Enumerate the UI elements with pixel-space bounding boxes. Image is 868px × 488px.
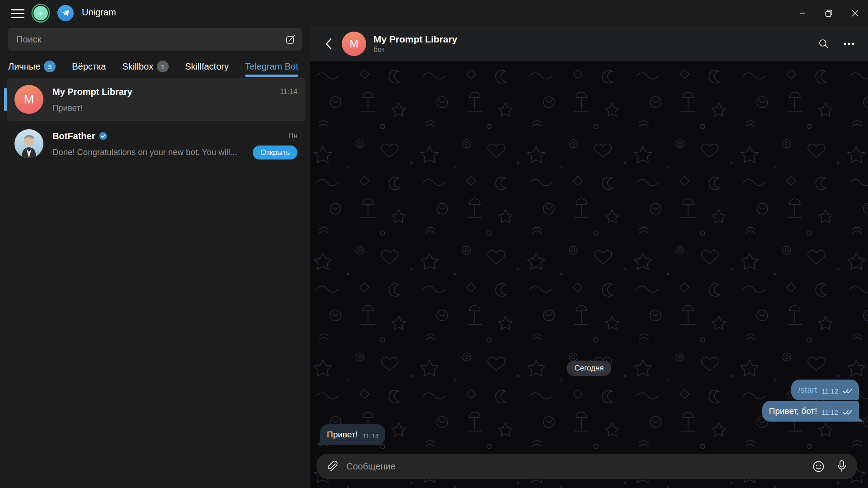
read-checks-icon (843, 388, 853, 394)
chat-last-message: Done! Congratulations on your new bot. Y… (52, 147, 247, 157)
chat-header-subtitle: бот (373, 45, 458, 54)
chat-search-icon[interactable] (811, 31, 836, 56)
open-bot-button[interactable]: Открыть (253, 145, 297, 160)
paper-plane-icon (61, 9, 70, 18)
chat-header: M My Prompt Library бот (310, 26, 868, 61)
microphone-icon[interactable] (830, 454, 854, 479)
search-input[interactable] (8, 34, 278, 45)
sidebar: Личные 3 Вёрстка Skillbox 1 Skillfactory… (0, 26, 310, 488)
message-text: Привет! (327, 429, 358, 440)
unread-badge: 3 (44, 61, 56, 72)
verified-badge-icon (99, 131, 108, 141)
tab-label: Skillfactory (185, 61, 229, 72)
chat-title: BotFather (52, 131, 95, 141)
hamburger-menu-icon[interactable] (10, 8, 27, 19)
unigram-window: + Unigram (0, 0, 868, 488)
minimize-button[interactable] (789, 0, 816, 26)
restore-button[interactable] (816, 0, 842, 26)
message-outgoing-hello-bot[interactable]: Привет, бот! 11:12 (762, 401, 859, 422)
tab-label: Вёрстка (72, 61, 106, 72)
tab-verstka[interactable]: Вёрстка (72, 56, 106, 77)
message-text: Привет, бот! (769, 405, 817, 417)
tab-label: Личные (8, 61, 40, 72)
message-time: 11:12 (822, 387, 838, 395)
emoji-icon[interactable] (807, 454, 830, 479)
message-composer (316, 454, 857, 479)
chat-header-avatar[interactable]: M (342, 32, 366, 56)
back-button[interactable] (316, 26, 342, 61)
unread-badge: 1 (157, 61, 169, 72)
title-bar: + Unigram (0, 0, 868, 26)
chat-time: 11:14 (280, 88, 297, 96)
tab-lichnye[interactable]: Личные 3 (8, 56, 56, 77)
folder-tabs: Личные 3 Вёрстка Skillbox 1 Skillfactory… (0, 56, 310, 77)
chat-header-title: My Prompt Library (373, 33, 458, 45)
message-outgoing-start[interactable]: /start 11:12 (791, 380, 859, 400)
account-avatar[interactable]: + (33, 5, 49, 21)
tab-label: Skillbox (122, 61, 153, 72)
message-text[interactable]: /start (798, 384, 817, 395)
window-controls (789, 0, 868, 26)
tab-label: Telegram Bot (245, 61, 298, 72)
telegram-logo-icon[interactable] (57, 5, 74, 21)
tab-telegram-bot[interactable]: Telegram Bot (245, 56, 298, 77)
message-incoming-hello[interactable]: Привет! 11:14 (320, 424, 385, 445)
tab-skillbox[interactable]: Skillbox 1 (122, 56, 169, 77)
attachment-icon[interactable] (320, 454, 344, 479)
chat-title: My Prompt Library (52, 87, 132, 97)
chat-time: Пн (288, 132, 297, 140)
chat-item-botfather[interactable]: BotFather Пн Done! Congratulations on yo… (7, 122, 306, 165)
avatar: M (14, 85, 43, 114)
message-input[interactable] (344, 461, 807, 472)
date-divider[interactable]: Сегодня (566, 361, 611, 376)
chat-header-info[interactable]: My Prompt Library бот (373, 33, 458, 54)
chat-list: M My Prompt Library 11:14 Привет! (0, 77, 310, 166)
close-button[interactable] (842, 0, 868, 26)
chat-area: M My Prompt Library бот Сегодня (310, 26, 868, 488)
selected-indicator (4, 88, 7, 111)
app-title: Unigram (82, 7, 116, 18)
botfather-photo (14, 129, 43, 158)
search-bar (8, 28, 302, 51)
chat-item-my-prompt-library[interactable]: M My Prompt Library 11:14 Привет! (7, 78, 306, 121)
read-checks-icon (843, 409, 853, 415)
more-options-icon[interactable] (836, 31, 862, 56)
avatar (14, 129, 43, 158)
message-time: 11:14 (363, 432, 379, 440)
message-time: 11:12 (822, 408, 838, 416)
chat-last-message: Привет! (52, 103, 297, 113)
tab-skillfactory[interactable]: Skillfactory (185, 56, 229, 77)
compose-icon[interactable] (278, 28, 302, 51)
